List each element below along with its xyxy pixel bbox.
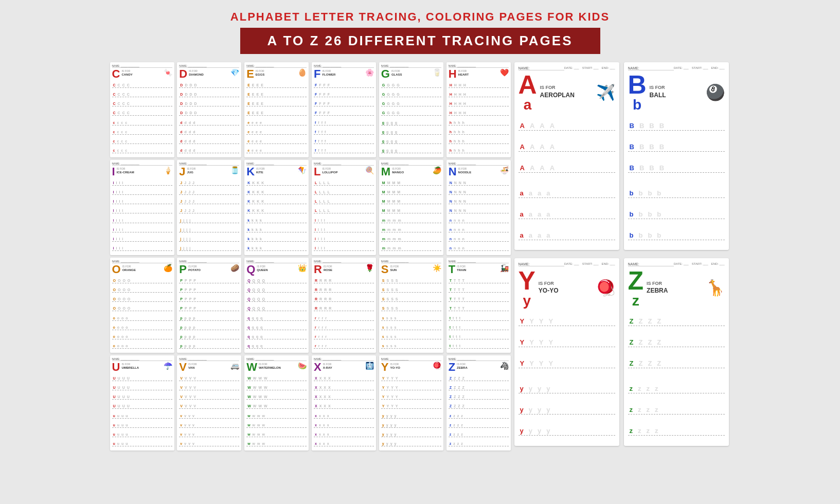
large-trace-row: AAAA xyxy=(519,121,615,131)
trace-row: llll xyxy=(314,227,374,232)
trace-letter: a xyxy=(546,231,550,239)
is-for-text: IS FOR EGGS xyxy=(256,69,264,77)
is-for-text: IS FOR QUEEN xyxy=(257,265,267,272)
card-header: J IS FOR JUG 🫙 xyxy=(179,166,239,177)
card-icon: 🍊 xyxy=(164,264,172,272)
trace-row: RRRR xyxy=(314,278,374,283)
card-letter: Z xyxy=(449,362,455,373)
is-for-text: IS FOR POTATO xyxy=(188,265,201,272)
small-card-k: NAME: _____________ K IS FOR KITE 🪁 KKKK… xyxy=(244,160,309,255)
card-icon: 🚂 xyxy=(500,264,509,272)
trace-row: NNNN xyxy=(449,199,509,204)
card-header: D IS FOR DIAMOND 💎 xyxy=(179,68,239,80)
trace-letter: a xyxy=(538,189,541,197)
trace-row: RRRR xyxy=(314,297,374,302)
trace-row: iiii xyxy=(112,218,172,223)
large-trace-row: aaaa xyxy=(519,210,615,219)
trace-row: VVVV xyxy=(179,376,239,381)
trace-letter: Y xyxy=(529,359,534,367)
trace-row: DDDD xyxy=(179,111,239,116)
trace-row: TTTT xyxy=(449,287,509,293)
trace-letter: b xyxy=(657,231,661,239)
trace-row: YYYY xyxy=(381,376,441,381)
trace-row: uuuu xyxy=(112,441,172,446)
card-lines: KKKKKKKKKKKKKKKKkkkkkkkkkkkkkkkk xyxy=(246,178,307,253)
large-trace-row: ZZZZ xyxy=(628,359,725,368)
trace-letter: y xyxy=(520,427,524,435)
trace-row: oooo xyxy=(112,344,172,349)
trace-letter: A xyxy=(550,122,555,130)
trace-row: GGGG xyxy=(381,101,441,106)
trace-row: KKKK xyxy=(246,190,307,195)
trace-row: ZZZZ xyxy=(449,376,509,381)
trace-row: ZZZZ xyxy=(449,394,509,400)
name-line: NAME: _____________ xyxy=(179,64,239,68)
trace-row: NNNN xyxy=(449,190,509,195)
card-icon: 🍭 xyxy=(365,166,374,174)
large-trace-row: zzzz xyxy=(628,405,725,415)
trace-letter: y xyxy=(538,406,541,413)
trace-row: WWWW xyxy=(246,385,307,390)
name-line: NAME: _____________ xyxy=(112,260,172,263)
name-bar: NAME: xyxy=(519,262,564,266)
trace-row: SSSS xyxy=(381,287,441,293)
trace-row: IIII xyxy=(112,181,172,186)
card-letter: F xyxy=(314,68,320,80)
small-cards-grid: NAME: _____________ C IS FOR CANDY 🍬 CCC… xyxy=(110,62,511,451)
trace-letter: B xyxy=(630,122,634,130)
large-trace-row: zzzz xyxy=(628,384,725,393)
card-lines: SSSSSSSSSSSSSSSSssssssssssssssss xyxy=(381,276,441,351)
trace-row: dddd xyxy=(179,139,239,144)
trace-row: uuuu xyxy=(112,413,172,419)
date-bar: DATE: ___START: ___END: ___ xyxy=(674,262,725,266)
trace-row: cccc xyxy=(112,148,172,153)
trace-row: llll xyxy=(314,246,374,251)
card-header: C IS FOR CANDY 🍬 xyxy=(112,68,172,80)
card-header: Z IS FOR ZEBRA 🦓 xyxy=(449,362,509,373)
trace-row: TTTT xyxy=(449,306,509,311)
trace-letter: B xyxy=(630,164,634,172)
card-header: M IS FOR MANGO 🥭 xyxy=(381,166,441,177)
trace-row: LLLL xyxy=(314,208,374,213)
small-card-v: NAME: _____________ V IS FOR VAN 🚐 VVVVV… xyxy=(177,355,241,451)
card-letter: W xyxy=(246,362,257,373)
card-lines: NNNNNNNNNNNNNNNNnnnnnnnnnnnnnnnn xyxy=(449,178,509,253)
is-for-text: IS FOR CANDY xyxy=(121,69,132,77)
trace-row: UUUU xyxy=(112,376,172,381)
trace-row: HHHH xyxy=(449,83,509,88)
small-card-o: NAME: _____________ O IS FOR ORANGE 🍊 OO… xyxy=(110,258,174,353)
trace-letter: z xyxy=(630,385,633,392)
trace-row: WWWW xyxy=(246,394,307,400)
card-icon: 🍬 xyxy=(164,68,172,77)
trace-row: tttt xyxy=(449,325,509,330)
trace-row: cccc xyxy=(112,120,172,125)
trace-row: ffff xyxy=(314,120,374,125)
trace-letter: B xyxy=(649,164,654,172)
trace-row: DDDD xyxy=(179,101,239,106)
card-icon: 🌸 xyxy=(365,68,374,77)
card-lines: IIIIIIIIIIIIIIIIiiiiiiiiiiiiiiii xyxy=(112,178,172,253)
trace-row: OOOO xyxy=(112,306,172,311)
trace-row: nnnn xyxy=(449,246,509,251)
card-icon: 💎 xyxy=(230,68,239,77)
small-card-l: NAME: _____________ L IS FOR LOLLIPOP 🍭 … xyxy=(312,160,376,255)
trace-letter: Z xyxy=(630,317,634,325)
trace-row: QQQQ xyxy=(246,278,307,283)
pages-grid: NAME: _____________ C IS FOR CANDY 🍬 CCC… xyxy=(10,62,830,451)
trace-letter: Z xyxy=(657,359,661,367)
card-lines: DDDDDDDDDDDDDDDDdddddddddddddddd xyxy=(179,81,239,155)
trace-letter: y xyxy=(546,427,550,435)
trace-letter: b xyxy=(657,189,661,197)
trace-letter: A xyxy=(520,122,525,130)
trace-row: ssss xyxy=(381,344,441,349)
card-header: R IS FOR ROSE 🌹 xyxy=(314,264,374,275)
card-icon: 🫙 xyxy=(230,166,239,174)
small-card-d: NAME: _____________ D IS FOR DIAMOND 💎 D… xyxy=(177,62,241,157)
card-letter: I xyxy=(112,166,115,177)
is-for-text: IS FOR FLOWER xyxy=(322,69,335,77)
large-trace-row: YYYY xyxy=(519,338,615,347)
trace-row: nnnn xyxy=(449,218,509,223)
trace-row: vvvv xyxy=(179,432,239,437)
trace-letter: b xyxy=(657,210,661,218)
card-lines: JJJJJJJJJJJJJJJJjjjjjjjjjjjjjjjj xyxy=(179,178,239,253)
